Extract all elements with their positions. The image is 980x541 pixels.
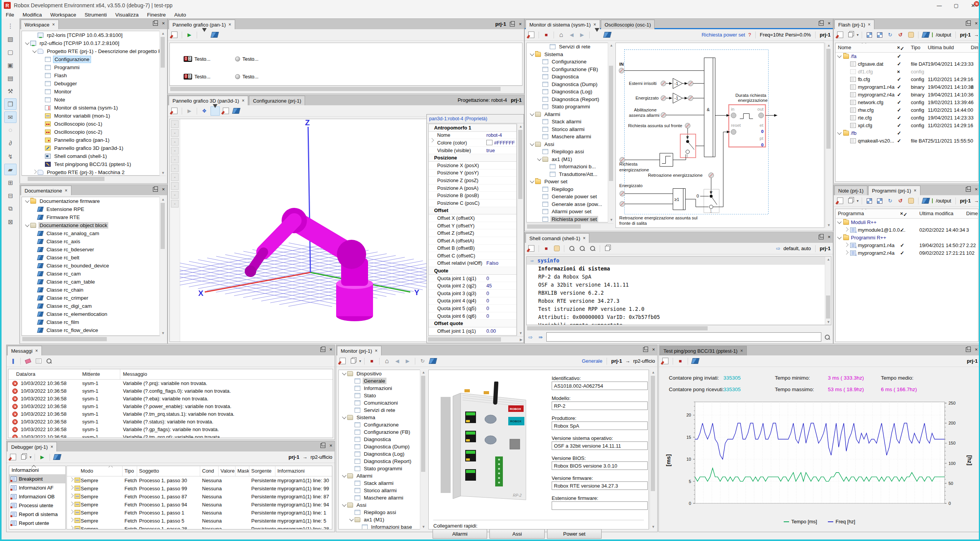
field-value[interactable] — [552, 501, 648, 510]
table-row[interactable]: myprogram2.r4a✓09/02/2022 17:21:21102 — [836, 249, 978, 257]
help-book-icon[interactable] — [211, 31, 219, 39]
property-row[interactable]: Posizione B (posB) — [429, 192, 516, 199]
property-row[interactable]: Posizione Z (posZ) — [429, 177, 516, 184]
fit-icon[interactable]: ▫ — [171, 156, 179, 163]
stop-icon[interactable]: ■ — [542, 31, 551, 39]
tree-item[interactable]: Shell comandi (shell-1) — [22, 152, 165, 160]
chevron-down-icon[interactable] — [530, 111, 534, 116]
table-row[interactable]: Programmi R++ — [836, 234, 978, 242]
close-icon[interactable]: × — [652, 348, 655, 352]
tree-item[interactable]: Diagnostica — [527, 73, 608, 81]
tree-item[interactable]: Diagnostica — [339, 436, 420, 443]
tree-item[interactable]: Classe rc_elementlocation — [22, 310, 160, 318]
build-all-icon[interactable] — [865, 31, 874, 39]
undo-icon[interactable]: ↺ — [896, 31, 905, 39]
tab-documentazione[interactable]: Documentazione× — [21, 186, 71, 195]
sysmon-help-q[interactable]: ? — [748, 32, 751, 38]
table-row[interactable]: Moduli R++ — [836, 219, 978, 226]
hand-icon[interactable] — [907, 31, 915, 39]
minimize-button[interactable]: — — [931, 0, 948, 11]
eraser-icon[interactable] — [24, 357, 32, 365]
float-icon[interactable] — [153, 21, 158, 26]
sync-icon[interactable]: ↻ — [886, 31, 894, 39]
iso-view-icon[interactable]: ▫ — [171, 191, 179, 199]
package-icon[interactable]: ▧ — [4, 33, 17, 45]
tab-shell[interactable]: Shell comandi (shell-1)× — [526, 233, 589, 243]
tree-item[interactable]: Classe rc_belt — [22, 254, 160, 262]
property-row[interactable]: Offset X (offsetX) — [429, 214, 516, 222]
tree-item[interactable]: Configurazione — [22, 55, 165, 63]
property-row[interactable]: Offset Z (offsetZ) — [429, 229, 516, 237]
tree-item[interactable]: Classe rc_crimper — [22, 294, 160, 302]
tab-debugger[interactable]: Debugger (prj-1)× — [7, 442, 57, 451]
front-view-icon[interactable]: ▫ — [171, 173, 179, 181]
menu-file[interactable]: File — [2, 12, 18, 18]
copy-icon[interactable] — [846, 31, 855, 39]
forward-icon[interactable]: ▶ — [578, 31, 586, 39]
breakpoint-row[interactable]: SempreFetchProcesso 1, passo 1NessunaPer… — [67, 509, 332, 517]
edit-sheet-icon[interactable] — [9, 453, 17, 461]
table-row[interactable]: rte.cfg✓config19/04/2021 14:23:33 — [836, 114, 978, 122]
field-value[interactable]: Robox RTE versione 34.27.3 — [552, 481, 648, 490]
edit-sheet-icon[interactable] — [527, 244, 536, 253]
pan1-hscrollbar[interactable] — [169, 86, 522, 92]
property-row[interactable]: Quota joint 6 (qj6)0 — [429, 312, 516, 320]
run-arrow-icon[interactable]: ⇨ — [776, 246, 780, 251]
edit-icon[interactable] — [222, 107, 230, 115]
tree-item[interactable]: Progetto RTE (prj-3) - Macchina 2 — [22, 168, 165, 176]
copy-icon[interactable] — [603, 244, 612, 253]
tree-item[interactable]: Monitor di sistema (sysm-1) — [22, 104, 165, 112]
message-row[interactable]: 10/03/2022 10:36:58sysm-1Variabile (?.tm… — [8, 410, 333, 418]
new-doc-icon[interactable]: ▢ — [4, 46, 17, 58]
copy-icon[interactable] — [846, 197, 855, 205]
move-icon[interactable]: ✥ — [200, 107, 209, 115]
close-icon[interactable]: × — [975, 188, 978, 191]
property-section[interactable]: Offset — [429, 207, 516, 215]
props-vscrollbar[interactable]: ▲▼ — [517, 124, 523, 336]
edit-sheet-icon[interactable] — [338, 357, 347, 365]
help-book-icon[interactable] — [922, 197, 930, 205]
property-row[interactable]: Quota joint 2 (qj2)45 — [429, 282, 516, 290]
tree-item[interactable]: Storico allarmi — [527, 126, 608, 133]
close-icon[interactable]: × — [827, 235, 831, 239]
property-row[interactable]: Colore (color)#FFFFFF — [429, 139, 516, 147]
tab-monitor[interactable]: Monitor (prj-1)× — [337, 346, 381, 355]
field-value[interactable]: Robox SpA — [552, 422, 648, 430]
tree-item[interactable]: rp2-loris [TCP/IP 10.0.45.3:8100] — [22, 31, 165, 39]
tree-item[interactable]: Stato — [339, 392, 420, 399]
tools-icon[interactable]: ⚒ — [4, 85, 17, 97]
help-book-icon[interactable] — [53, 453, 61, 461]
tree-item[interactable]: Generale asse (pow... — [527, 201, 608, 208]
help-book-icon[interactable] — [603, 31, 612, 39]
build-icon[interactable] — [876, 197, 884, 205]
close-icon[interactable]: × — [519, 22, 522, 26]
close-icon[interactable]: × — [827, 22, 831, 25]
undo-icon[interactable]: ↺ — [896, 197, 905, 205]
debugger-info-header[interactable]: Informazioni — [9, 466, 65, 475]
property-row[interactable]: Offset B (offsetB) — [429, 245, 516, 252]
window-prev-icon[interactable]: ⊟ — [4, 190, 17, 201]
sysmon-tree-hscrollbar[interactable] — [526, 223, 614, 229]
field-value[interactable]: RP-2 — [552, 402, 648, 410]
help-book-icon[interactable] — [232, 107, 240, 115]
tree-item[interactable]: Allarmi — [527, 111, 608, 118]
tree-item[interactable]: Comunicazioni — [339, 399, 420, 407]
property-section[interactable]: Antropomorfo 1 — [429, 124, 516, 132]
grid-icon[interactable]: ▫ — [171, 200, 179, 207]
menu-finestre[interactable]: Finestre — [143, 12, 170, 18]
mail-icon[interactable]: ✉ — [4, 111, 17, 123]
chevron-down-icon[interactable] — [349, 517, 353, 521]
tree-item[interactable]: Stack allarmi — [527, 118, 608, 126]
float-icon[interactable] — [320, 443, 325, 448]
tree-item[interactable]: Riepilogo assi — [339, 509, 420, 516]
tree-item[interactable]: Classe rc_analog_cam — [22, 229, 160, 237]
windows-icon[interactable]: ⧉ — [4, 203, 17, 214]
pointer-icon[interactable] — [593, 31, 601, 39]
tab-messaggi[interactable]: Messaggi× — [7, 346, 42, 355]
chevron-down-icon[interactable] — [342, 415, 346, 419]
chevron-down-icon[interactable] — [530, 179, 534, 183]
breakpoint-row[interactable]: SempreFetchProcesso 1, passo 28NessunaPe… — [67, 525, 332, 529]
tree-item[interactable]: Power set — [527, 178, 608, 186]
float-icon[interactable] — [819, 235, 824, 239]
tree-item[interactable]: Riepilogo assi — [527, 148, 608, 156]
